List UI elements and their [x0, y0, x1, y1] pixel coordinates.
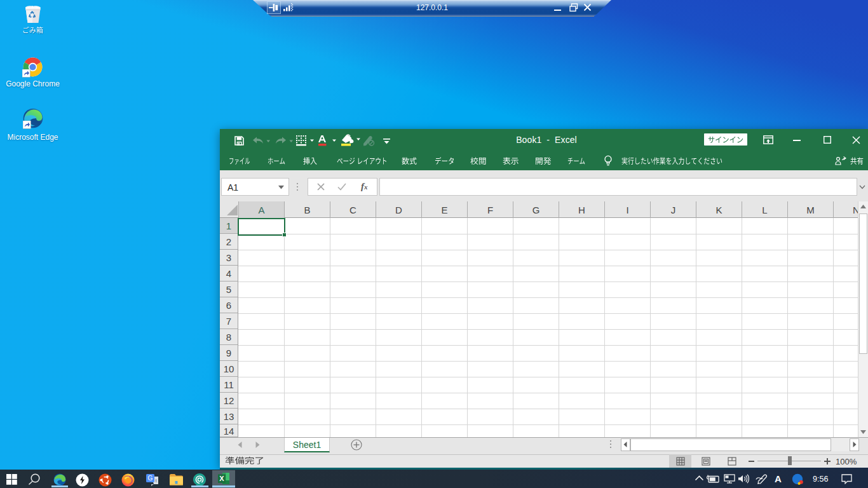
svg-text:X: X: [219, 475, 224, 482]
svg-text:G: G: [148, 475, 153, 482]
